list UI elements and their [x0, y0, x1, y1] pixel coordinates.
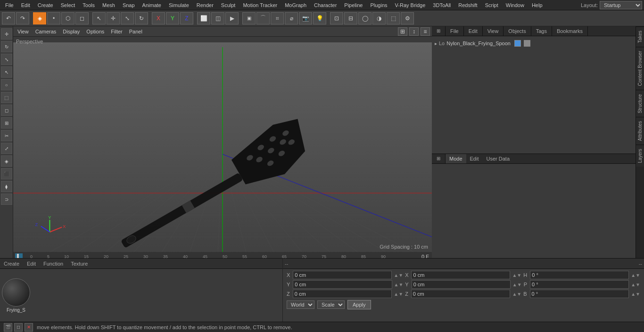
rotate-button[interactable]: ↻ [135, 12, 148, 24]
object-material-box[interactable] [524, 40, 530, 47]
vp-cameras-menu[interactable]: Cameras [33, 28, 59, 35]
mode-poly-button[interactable]: ◻ [75, 12, 89, 24]
menu-plugins[interactable]: Plugins [367, 1, 390, 9]
viewport-scene[interactable]: X Y Z [13, 37, 432, 258]
ls-paint[interactable]: ⬛ [1, 168, 12, 179]
status-icon-1[interactable]: 🎬 [4, 323, 12, 332]
mat-edit-btn[interactable]: Edit [25, 260, 38, 267]
camera-btn[interactable]: 📷 [299, 12, 312, 24]
ls-live-select[interactable]: ○ [1, 79, 12, 90]
deform-btn[interactable]: ⌀ [285, 12, 298, 24]
coord-y-size-arrow[interactable]: ▲▼ [512, 282, 522, 287]
rp-file-item[interactable]: ⊞ [432, 26, 446, 36]
cube-btn[interactable]: ▣ [242, 12, 256, 24]
coord-y-pos[interactable] [293, 280, 392, 289]
menu-render[interactable]: Render [193, 1, 217, 9]
ap-userdata-tab[interactable]: User Data [483, 154, 514, 163]
object-row-spoon[interactable]: ▸ Lo Nylon_Black_Frying_Spoon [434, 38, 642, 49]
menu-help[interactable]: Help [528, 1, 546, 9]
sky-btn[interactable]: ◯ [358, 12, 372, 24]
status-icon-3[interactable]: ✕ [25, 323, 33, 332]
side-tab-takes[interactable]: Takes [636, 26, 644, 47]
vp-expand-icon[interactable]: ⊞ [398, 27, 407, 36]
coord-h-arrow[interactable]: ▲▼ [631, 273, 640, 278]
scale-button[interactable]: ⤡ [121, 12, 134, 24]
ls-magnet[interactable]: ⊃ [1, 194, 12, 205]
ap-mode-tab[interactable]: Mode [446, 154, 466, 163]
floor-btn[interactable]: ⊟ [344, 12, 357, 24]
coord-z-size[interactable] [411, 290, 511, 298]
menu-select[interactable]: Select [58, 1, 79, 9]
ls-knife[interactable]: ✂ [1, 130, 12, 141]
rp-objects-tab[interactable]: Objects [504, 26, 531, 36]
ls-scale[interactable]: ⤡ [1, 54, 12, 65]
move-button[interactable]: ✛ [107, 12, 120, 24]
mat-create-btn[interactable]: Create [2, 260, 21, 267]
coord-y-pos-arrow[interactable]: ▲▼ [394, 282, 404, 287]
z-axis-button[interactable]: Z [180, 12, 193, 24]
menu-file[interactable]: File [2, 1, 17, 9]
vp-lock-icon[interactable]: ↕ [409, 27, 419, 36]
coord-p-arrow[interactable]: ▲▼ [631, 282, 640, 287]
vp-filter-menu[interactable]: Filter [108, 28, 124, 35]
coord-x-pos[interactable] [293, 271, 392, 279]
coord-p-rot[interactable] [530, 280, 629, 289]
menu-script[interactable]: Script [482, 1, 502, 9]
ls-extrude[interactable]: ⊞ [1, 117, 12, 129]
render-region-btn[interactable]: ◫ [211, 12, 224, 24]
vp-display-menu[interactable]: Display [60, 28, 82, 35]
coord-z-pos[interactable] [293, 290, 392, 298]
timeline-ruler[interactable]: ▌ 0 5 10 15 20 25 30 35 40 45 50 55 60 6… [13, 252, 432, 258]
menu-vray[interactable]: V-Ray Bridge [392, 1, 429, 9]
cursor-button[interactable]: ↖ [92, 12, 106, 24]
coord-b-arrow[interactable]: ▲▼ [631, 292, 640, 297]
mat-function-btn[interactable]: Function [41, 260, 65, 267]
coord-b-rot[interactable] [530, 290, 629, 298]
menu-window[interactable]: Window [503, 1, 528, 9]
snap-btn[interactable]: ⊡ [330, 12, 343, 24]
menu-edit[interactable]: Edit [18, 1, 33, 9]
mode-points-button[interactable]: • [47, 12, 60, 24]
menu-redshift[interactable]: Redshift [455, 1, 480, 9]
object-color-box[interactable] [514, 40, 521, 47]
spline-btn[interactable]: ⌒ [256, 12, 270, 24]
x-axis-button[interactable]: X [152, 12, 165, 24]
rp-edit-tab[interactable]: Edit [464, 26, 483, 36]
side-tab-layers[interactable]: Layers [636, 145, 644, 167]
vp-options-menu[interactable]: Options [84, 28, 107, 35]
rp-view-tab[interactable]: View [483, 26, 504, 36]
scale-dropdown[interactable]: Scale [317, 300, 345, 309]
object-mode-btn[interactable]: ⬜ [197, 12, 210, 24]
material-item[interactable]: Frying_S [2, 278, 30, 313]
redo-button[interactable]: ↷ [16, 12, 29, 24]
y-axis-button[interactable]: Y [166, 12, 179, 24]
vp-view-menu[interactable]: View [15, 28, 31, 35]
ls-bridge[interactable]: ⤢ [1, 143, 12, 154]
render-settings-btn[interactable]: ⚙ [401, 12, 414, 24]
ls-smooth[interactable]: ⧫ [1, 181, 12, 192]
coord-x-size[interactable] [411, 271, 510, 279]
coord-z-size-arrow[interactable]: ▲▼ [512, 292, 521, 297]
ls-poly[interactable]: ◻ [1, 105, 12, 116]
material-btn[interactable]: ◑ [372, 12, 386, 24]
menu-mograph[interactable]: MoGraph [281, 1, 310, 9]
vp-panel-menu[interactable]: Panel [127, 28, 145, 35]
render-active-view-btn[interactable]: ▶ [225, 12, 239, 24]
coord-x-pos-arrow[interactable]: ▲▼ [394, 273, 403, 278]
nurbs-btn[interactable]: ⌗ [271, 12, 284, 24]
menu-mesh[interactable]: Mesh [99, 1, 118, 9]
side-tab-structure[interactable]: Structure [636, 90, 644, 117]
menu-motion-tracker[interactable]: Motion Tracker [239, 1, 281, 9]
rp-file-tab[interactable]: File [446, 26, 464, 36]
rp-tags-tab[interactable]: Tags [531, 26, 552, 36]
menu-simulate[interactable]: Simulate [165, 1, 192, 9]
ls-rect-select[interactable]: ⬚ [1, 92, 12, 103]
vp-settings-icon[interactable]: ≡ [421, 27, 430, 36]
apply-button[interactable]: Apply [347, 300, 371, 309]
menu-create[interactable]: Create [34, 1, 57, 9]
ls-rotate[interactable]: ↻ [1, 41, 12, 52]
ap-edit-tab[interactable]: Edit [466, 154, 483, 163]
mode-edges-button[interactable]: ⬡ [61, 12, 74, 24]
mat-texture-btn[interactable]: Texture [69, 260, 90, 267]
rp-bookmarks-tab[interactable]: Bookmarks [552, 26, 588, 36]
